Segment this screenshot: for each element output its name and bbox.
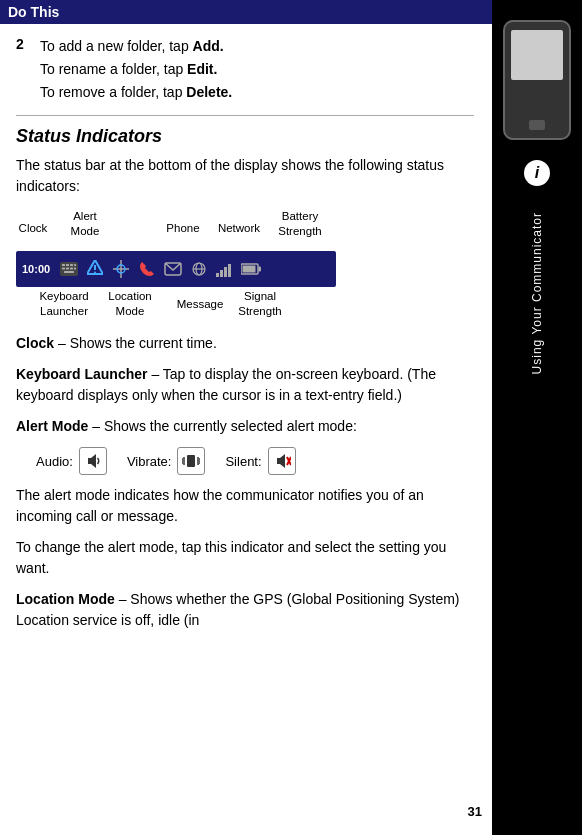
step-line-3-text: To remove a folder, tap — [40, 84, 186, 100]
label-signal: SignalStrength — [234, 289, 286, 319]
phone-button — [529, 120, 545, 130]
location-term: Location Mode — [16, 591, 115, 607]
svg-rect-6 — [66, 268, 69, 270]
clock-text: Shows the current time. — [70, 335, 217, 351]
location-dash: – — [119, 591, 131, 607]
sidebar-phone-illustration — [503, 20, 571, 140]
alert-mode-icon — [84, 258, 106, 280]
audio-group: Audio: — [36, 447, 107, 475]
svg-rect-1 — [62, 264, 65, 266]
svg-rect-2 — [66, 264, 69, 266]
alert-text: Shows the currently selected alert mode: — [104, 418, 357, 434]
network-icon — [188, 258, 210, 280]
section-heading: Status Indicators — [16, 126, 474, 147]
label-phone: Phone — [164, 221, 202, 236]
alert-para: Alert Mode – Shows the currently selecte… — [16, 416, 474, 437]
label-message: Message — [174, 297, 226, 312]
phone-screen — [511, 30, 563, 80]
status-bar: 10:00 — [16, 251, 336, 287]
header-label: Do This — [8, 4, 59, 20]
right-sidebar: i Using Your Communicator — [492, 0, 582, 835]
step-line-3: To remove a folder, tap Delete. — [40, 82, 232, 103]
main-content: 2 To add a new folder, tap Add. To renam… — [0, 24, 490, 653]
step-line-2-bold: Edit. — [187, 61, 217, 77]
location-para: Location Mode – Shows whether the GPS (G… — [16, 589, 474, 631]
location-icon — [110, 258, 132, 280]
alert-term: Alert Mode — [16, 418, 88, 434]
keyboard-term: Keyboard Launcher — [16, 366, 147, 382]
audio-icon — [79, 447, 107, 475]
step-text: To add a new folder, tap Add. To rename … — [40, 36, 232, 105]
keyboard-para: Keyboard Launcher – Tap to display the o… — [16, 364, 474, 406]
step-line-3-bold: Delete. — [186, 84, 232, 100]
vibrate-label: Vibrate: — [127, 454, 172, 469]
labels-above: Clock AlertMode Phone Network BatteryStr… — [16, 209, 356, 249]
svg-rect-9 — [64, 271, 74, 273]
svg-rect-4 — [74, 264, 76, 266]
label-battery: BatteryStrength — [274, 209, 326, 239]
labels-below: KeyboardLauncher LocationMode Message Si… — [16, 289, 356, 333]
svg-marker-33 — [277, 454, 285, 468]
svg-rect-26 — [243, 266, 256, 273]
intro-text: The status bar at the bottom of the disp… — [16, 155, 474, 197]
label-keyboard: KeyboardLauncher — [38, 289, 90, 319]
clock-para: Clock – Shows the current time. — [16, 333, 474, 354]
svg-point-12 — [94, 272, 96, 274]
info-icon: i — [535, 164, 539, 182]
alert-icons-row: Audio: Vibrate: Silent: — [36, 447, 454, 475]
step-line-2-text: To rename a folder, tap — [40, 61, 187, 77]
label-network: Network — [216, 221, 262, 236]
alert-body-para: The alert mode indicates how the communi… — [16, 485, 474, 527]
svg-rect-23 — [228, 264, 231, 277]
divider — [16, 115, 474, 116]
signal-strength-icon — [214, 258, 236, 280]
svg-rect-5 — [62, 268, 65, 270]
silent-label: Silent: — [225, 454, 261, 469]
svg-rect-22 — [224, 267, 227, 277]
step-number: 2 — [16, 36, 30, 105]
keyboard-icon — [58, 258, 80, 280]
silent-icon — [268, 447, 296, 475]
status-bar-diagram: Clock AlertMode Phone Network BatteryStr… — [16, 209, 356, 333]
svg-marker-27 — [88, 454, 96, 468]
info-circle: i — [524, 160, 550, 186]
step-line-1-bold: Add. — [193, 38, 224, 54]
svg-rect-28 — [187, 455, 195, 467]
svg-rect-8 — [74, 268, 76, 270]
clock-dash: – — [58, 335, 70, 351]
svg-rect-7 — [70, 268, 73, 270]
vibrate-group: Vibrate: — [127, 447, 206, 475]
svg-rect-21 — [220, 270, 223, 277]
vibrate-icon — [177, 447, 205, 475]
label-clock: Clock — [16, 221, 50, 236]
phone-icon — [136, 258, 158, 280]
label-alert: AlertMode — [68, 209, 102, 239]
change-para: To change the alert mode, tap this indic… — [16, 537, 474, 579]
message-icon — [162, 258, 184, 280]
alert-dash: – — [92, 418, 104, 434]
step-line-2: To rename a folder, tap Edit. — [40, 59, 232, 80]
battery-icon — [240, 258, 262, 280]
keyboard-dash: – — [151, 366, 162, 382]
svg-rect-25 — [259, 267, 262, 272]
step-line-1-text: To add a new folder, tap — [40, 38, 193, 54]
label-location: LocationMode — [104, 289, 156, 319]
sidebar-rotated-text: Using Your Communicator — [530, 212, 544, 374]
clock-display: 10:00 — [22, 263, 54, 275]
step-line-1: To add a new folder, tap Add. — [40, 36, 232, 57]
step-2-row: 2 To add a new folder, tap Add. To renam… — [16, 36, 474, 105]
svg-rect-3 — [70, 264, 73, 266]
page-number: 31 — [468, 804, 482, 819]
silent-group: Silent: — [225, 447, 295, 475]
clock-term: Clock — [16, 335, 54, 351]
audio-label: Audio: — [36, 454, 73, 469]
svg-rect-20 — [216, 273, 219, 277]
